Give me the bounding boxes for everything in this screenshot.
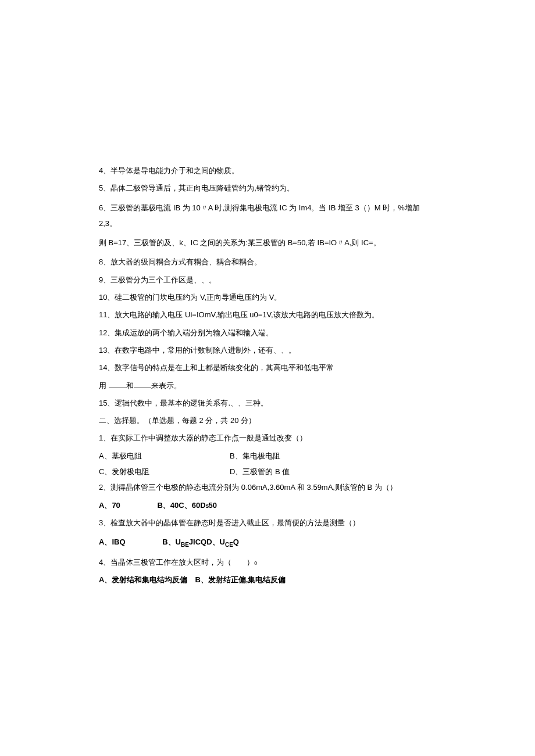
fill-blank-q14-line2: 用 和来表示。 — [99, 378, 436, 393]
choice-q3-options: A、IBQ B、UBEJICQD、UCEQ — [99, 534, 436, 551]
fill-blank-q4: 4、半导体是导电能力介于和之间的物质。 — [99, 163, 436, 178]
fill-blank-q14-line1: 14、数字信号的特点是在上和上都是断续变化的，其高电平和低电平常 — [99, 360, 436, 375]
fill-blank-q8: 8、放大器的级间耦合方式有耦合、耦合和耦合。 — [99, 254, 436, 270]
choice-q1-row1: A、基极电阻 B、集电极电阻 — [99, 448, 436, 464]
choice-q2-optBCD: B、40C、60D₅50 — [157, 501, 217, 510]
choice-q3-stem: 3、检查放大器中的晶体管在静态时是否进入截止区，最简便的方法是测量（） — [99, 515, 436, 531]
section2-header: 二、选择题。（单选题，每题 2 分，共 20 分） — [99, 413, 436, 428]
fill-blank-q10: 10、硅二极管的门坎电压约为 V,正向导通电压约为 V。 — [99, 289, 436, 305]
choice-q1-optD: D、三极管的 B 值 — [230, 464, 290, 479]
choice-q2-options: A、70 B、40C、60D₅50 — [99, 497, 436, 513]
fill-blank-q13: 13、在数字电路中，常用的计数制除八进制外，还有、、。 — [99, 342, 436, 358]
choice-q2-stem: 2、测得晶体管三个电极的静态电流分别为 0.06mA,3.60mA 和 3.59… — [99, 479, 436, 495]
q3-optB-prefix: B、U — [162, 538, 181, 546]
choice-q4-stem: 4、当晶体三极管工作在放大区时，为（ ）₀ — [99, 554, 436, 570]
choice-q1-optB: B、集电极电阻 — [230, 448, 280, 464]
blank-underline — [134, 381, 151, 388]
choice-q4-optA: A、发射结和集电结均反偏 — [99, 575, 187, 584]
q3-optB-sub1: BE — [181, 542, 189, 548]
q14-mid: 和 — [126, 381, 134, 390]
choice-q3-optA: A、IBQ — [99, 538, 126, 546]
choice-q4-options: A、发射结和集电结均反偏 B、发射结正偏,集电结反偏 — [99, 572, 436, 587]
blank-underline — [109, 381, 126, 388]
q14-suffix: 来表示。 — [151, 381, 181, 390]
q3-optB-sub2: CE — [225, 542, 233, 548]
fill-blank-q11: 11、放大电路的输入电压 Ui=IOmV,输出电压 u0=1V,该放大电路的电压… — [99, 307, 436, 323]
choice-q2-optA: A、70 — [99, 501, 120, 510]
choice-q1-row2: C、发射极电阻 D、三极管的 B 值 — [99, 464, 436, 479]
choice-q1-optC: C、发射极电阻 — [99, 464, 230, 479]
fill-blank-q6-line1: 6、三极管的基极电流 IB 为 10〃A 时,测得集电极电流 IC 为 Im4。… — [99, 200, 436, 232]
fill-blank-q6-line2: 则 B=17、三极管的及、k、IC 之间的关系为:某三极管的 B=50,若 IB… — [99, 235, 436, 250]
q3-optB-mid: JICQD、U — [189, 538, 225, 546]
q14-prefix: 用 — [99, 381, 109, 390]
fill-blank-q5: 5、晶体二极管导通后，其正向电压降硅管约为,锗管约为。 — [99, 180, 436, 196]
q3-optB-suffix: Q — [233, 538, 239, 546]
choice-q1-optA: A、基极电阻 — [99, 448, 230, 464]
choice-q4-optB: B、发射结正偏,集电结反偏 — [195, 575, 286, 584]
fill-blank-q15: 15、逻辑代数中，最基本的逻辑关系有.、、三种。 — [99, 395, 436, 411]
fill-blank-q9: 9、三极管分为三个工作区是、、。 — [99, 272, 436, 288]
choice-q3-optB: B、UBEJICQD、UCEQ — [162, 538, 239, 546]
choice-q1-stem: 1、在实际工作中调整放大器的静态工作点一般是通过改变（） — [99, 430, 436, 446]
fill-blank-q12: 12、集成运放的两个输入端分别为输入端和输入端。 — [99, 325, 436, 341]
